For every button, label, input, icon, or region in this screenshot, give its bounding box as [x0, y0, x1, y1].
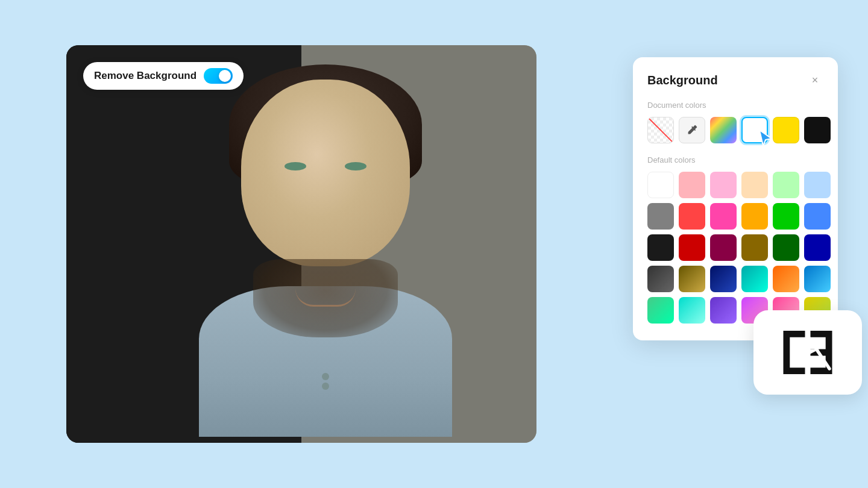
- bg-toggle[interactable]: [204, 68, 233, 84]
- swatch-gradient[interactable]: [710, 117, 737, 143]
- swatch-pink-light[interactable]: [679, 172, 705, 198]
- eyedropper-icon: [685, 124, 699, 137]
- swatch-gray[interactable]: [647, 203, 674, 230]
- swatch-blue-light[interactable]: [804, 172, 831, 198]
- swatch-grad-blue-dark[interactable]: [710, 266, 737, 292]
- swatch-grad-cyan[interactable]: [679, 297, 705, 324]
- swatch-dark-green[interactable]: [773, 234, 799, 261]
- swatch-green[interactable]: [773, 203, 799, 230]
- image-panel: Remove Background: [66, 45, 536, 443]
- swatch-green-light[interactable]: [773, 172, 799, 198]
- swatch-eyedropper[interactable]: [679, 117, 705, 143]
- remove-bg-label: Remove Background: [94, 70, 197, 82]
- panel-title: Background: [647, 74, 718, 87]
- doc-colors-row: [647, 117, 823, 143]
- swatch-blue[interactable]: [804, 203, 831, 230]
- remove-bg-badge[interactable]: Remove Background: [83, 62, 244, 90]
- swatch-grad-dark[interactable]: [647, 266, 674, 292]
- default-colors-grid: [647, 172, 823, 324]
- swatch-white2[interactable]: [647, 172, 674, 198]
- swatch-hot-pink[interactable]: [710, 203, 737, 230]
- swatch-black[interactable]: [804, 117, 831, 143]
- swatch-dark-pink[interactable]: [710, 234, 737, 261]
- swatch-grad-orange[interactable]: [773, 266, 799, 292]
- swatch-grad-sky[interactable]: [804, 266, 831, 292]
- capcut-logo: [775, 325, 841, 380]
- swatch-white-container: [741, 117, 768, 143]
- toggle-knob: [219, 70, 231, 82]
- swatch-dark-red[interactable]: [679, 234, 705, 261]
- panel-header: Background ×: [647, 72, 823, 89]
- swatch-pink-medium[interactable]: [710, 172, 737, 198]
- swatch-grad-green-teal[interactable]: [647, 297, 674, 324]
- swatch-grad-teal[interactable]: [741, 266, 768, 292]
- swatch-dark-orange[interactable]: [741, 234, 768, 261]
- swatch-grad-tan[interactable]: [679, 266, 705, 292]
- swatch-peach[interactable]: [741, 172, 768, 198]
- swatch-yellow[interactable]: [773, 117, 799, 143]
- swatch-orange[interactable]: [741, 203, 768, 230]
- swatch-near-black[interactable]: [647, 234, 674, 261]
- background-panel: Background × Document colors: [633, 57, 838, 340]
- swatch-grad-purple-blue[interactable]: [710, 297, 737, 324]
- capcut-badge: [753, 310, 862, 395]
- default-colors-label: Default colors: [647, 155, 823, 164]
- main-container: Remove Background Background × Document …: [66, 45, 802, 443]
- cursor-arrow-icon: [756, 129, 775, 148]
- swatch-transparent[interactable]: [647, 117, 674, 143]
- swatch-dark-blue[interactable]: [804, 234, 831, 261]
- swatch-red[interactable]: [679, 203, 705, 230]
- close-button[interactable]: ×: [807, 72, 823, 89]
- doc-colors-label: Document colors: [647, 101, 823, 110]
